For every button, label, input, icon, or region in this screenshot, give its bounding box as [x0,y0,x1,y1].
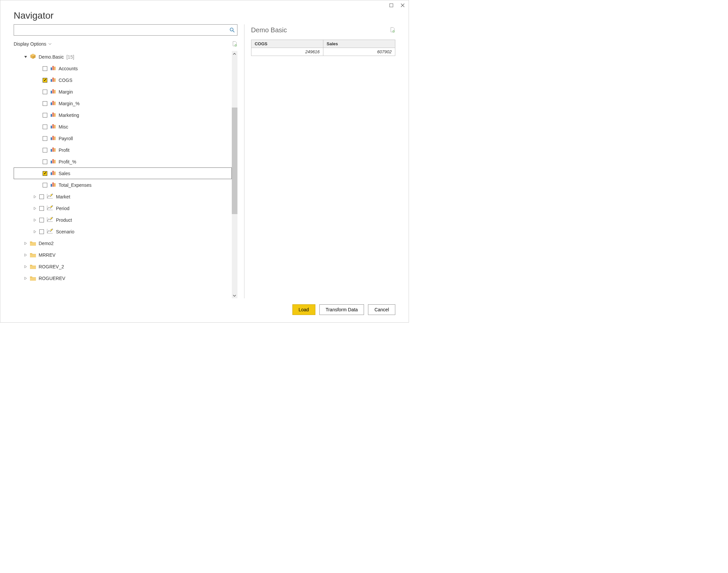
tree-item-label: Profit [59,148,69,153]
checkbox[interactable] [43,171,47,176]
svg-marker-63 [24,242,27,245]
table-cell: 249616 [251,48,323,56]
svg-rect-35 [53,159,54,163]
dimension-icon [47,216,53,223]
transform-data-button[interactable]: Transform Data [319,304,364,315]
tree-node-label: Demo.Basic [39,54,64,60]
tree-measure-item[interactable]: Profit_% [14,156,232,167]
tree-measure-item[interactable]: Total_Expenses [14,179,232,191]
tree-item-label: Period [56,206,69,211]
column-header[interactable]: Sales [323,40,395,48]
tree-folder-item[interactable]: ROGUEREV [14,272,232,284]
caret-right-icon[interactable] [33,195,37,198]
cancel-button[interactable]: Cancel [368,304,395,315]
tree-scrollbar[interactable] [232,51,238,298]
svg-point-5 [235,45,237,47]
search-input[interactable] [14,24,227,35]
tree-cube-node[interactable]: Demo.Basic [15] [14,51,232,63]
scroll-up-arrow[interactable] [232,51,238,57]
preview-table: COGS Sales 249616 607902 [251,40,395,56]
svg-rect-22 [51,114,52,117]
table-row[interactable]: 249616 607902 [251,48,395,56]
tree-folder-item[interactable]: ROGREV_2 [14,261,232,272]
tree-measure-item[interactable]: Sales [14,167,232,179]
checkbox[interactable] [43,66,47,71]
folder-icon [30,241,36,246]
refresh-icon[interactable] [231,41,238,47]
close-button[interactable] [400,3,405,8]
tree-folder-item[interactable]: MRREV [14,249,232,261]
tree-measure-item[interactable]: COGS [14,74,232,86]
tree-item-label: Scenario [56,229,74,235]
checkbox[interactable] [43,148,47,153]
scroll-down-arrow[interactable] [232,293,238,298]
caret-right-icon[interactable] [33,218,37,222]
caret-right-icon[interactable] [24,253,27,257]
tree-item-label: MRREV [39,252,56,258]
svg-rect-28 [51,138,52,140]
checkbox[interactable] [43,136,47,141]
object-tree[interactable]: Demo.Basic [15]AccountsCOGSMarginMargin_… [14,51,232,298]
caret-right-icon[interactable] [33,230,37,233]
checkbox[interactable] [43,183,47,188]
tree-dimension-item[interactable]: Scenario [14,226,232,238]
tree-item-label: Margin_% [59,101,80,106]
measure-icon [50,158,56,165]
caret-right-icon[interactable] [24,242,27,245]
tree-dimension-item[interactable]: Period [14,202,232,214]
checkbox[interactable] [43,124,47,129]
measure-icon [50,111,56,118]
tree-dimension-item[interactable]: Product [14,214,232,226]
tree-measure-item[interactable]: Profit [14,144,232,156]
caret-right-icon[interactable] [24,277,27,280]
svg-marker-48 [34,207,36,210]
svg-marker-66 [24,254,27,256]
svg-rect-71 [30,266,36,269]
svg-line-47 [50,196,51,196]
search-box[interactable] [14,24,238,36]
svg-rect-40 [51,184,52,187]
preview-title: Demo Basic [251,26,287,34]
svg-rect-11 [53,66,54,70]
tree-measure-item[interactable]: Marketing [14,109,232,121]
tree-measure-item[interactable]: Payroll [14,133,232,144]
checkbox[interactable] [39,195,44,199]
checkbox[interactable] [43,90,47,94]
tree-measure-item[interactable]: Misc [14,121,232,133]
measure-icon [50,170,56,177]
checkbox[interactable] [39,206,44,211]
tree-dimension-item[interactable]: Market [14,191,232,202]
checkbox[interactable] [39,229,44,234]
measure-icon [50,147,56,154]
tree-measure-item[interactable]: Margin [14,86,232,98]
checkbox[interactable] [39,218,44,222]
svg-point-3 [230,28,233,31]
maximize-button[interactable] [388,3,394,8]
folder-icon [30,264,36,269]
checkbox[interactable] [43,113,47,117]
column-header[interactable]: COGS [251,40,323,48]
search-icon[interactable] [227,27,237,33]
checkbox[interactable] [43,101,47,106]
tree-item-label: Product [56,217,72,223]
caret-right-icon[interactable] [24,265,27,268]
tree-measure-item[interactable]: Accounts [14,63,232,74]
caret-right-icon[interactable] [33,207,37,210]
svg-rect-36 [54,160,56,163]
tree-measure-item[interactable]: Margin_% [14,98,232,109]
tree-item-label: Total_Expenses [59,183,92,188]
display-options-label: Display Options [14,41,46,47]
tree-folder-item[interactable]: Demo2 [14,238,232,249]
svg-rect-19 [51,103,52,105]
measure-icon [50,100,56,107]
checkbox[interactable] [43,159,47,164]
svg-rect-10 [51,67,52,70]
display-options-dropdown[interactable]: Display Options [14,41,52,47]
scrollbar-thumb[interactable] [232,108,238,214]
preview-refresh-icon[interactable] [389,27,395,33]
svg-rect-39 [54,171,56,175]
load-button[interactable]: Load [293,304,315,315]
caret-down-icon[interactable] [24,55,27,59]
checkbox[interactable] [43,78,47,83]
folder-icon [30,253,36,257]
